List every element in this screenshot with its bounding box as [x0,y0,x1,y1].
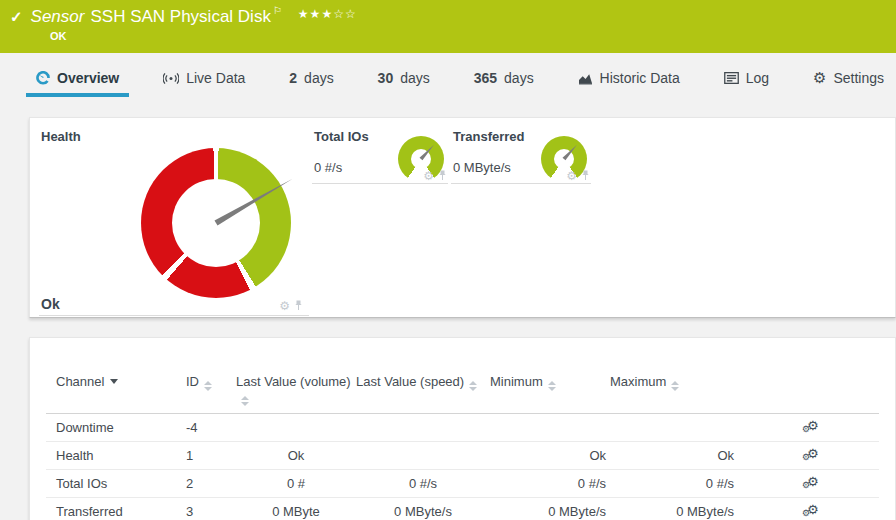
column-header-id[interactable]: ID [186,374,236,414]
channel-settings-icon[interactable]: ⚙⚙ [802,423,819,434]
maximum-value: Ok [610,442,738,470]
gauge-icon [36,71,50,85]
gear-icon[interactable]: ⚙ [279,301,290,311]
tab-overview[interactable]: Overview [26,63,129,97]
column-header-actions [738,374,879,414]
tab-number: 30 [378,70,394,86]
tab-label: days [304,70,334,86]
minimum-value: Ok [490,442,610,470]
tab-label: Historic Data [600,70,680,86]
last-value-speed: 0 MByte/s [356,498,490,520]
sort-icon [469,381,477,391]
sensor-title: SSH SAN Physical Disk [90,7,270,27]
last-value-speed [356,414,490,442]
sort-icon [204,381,212,391]
tab-settings[interactable]: ⚙ Settings [803,63,894,97]
tab-label: Log [746,70,769,86]
column-header-channel[interactable]: Channel [46,374,186,414]
tab-label: Settings [833,70,884,86]
live-data-icon [163,72,179,85]
channel-id: 1 [186,442,236,470]
gauge-value: 0 #/s [314,160,342,175]
tab-historic-data[interactable]: Historic Data [568,63,690,97]
sort-icon [548,381,556,391]
gear-icon: ⚙ [813,71,826,85]
last-value-volume: 0 # [236,470,356,498]
gear-icon[interactable]: ⚙ [566,171,577,181]
column-header-last-value-speed[interactable]: Last Value (speed) [356,374,490,414]
maximum-value: 0 #/s [610,470,738,498]
minimum-value: 0 MByte/s [490,498,610,520]
total-ios-gauge-tile[interactable]: Total IOs 0 #/s ⚙ [312,124,448,184]
maximum-value: 0 MByte/s [610,498,738,520]
tab-365-days[interactable]: 365 days [464,63,544,97]
last-value-speed: 0 #/s [356,470,490,498]
tab-2-days[interactable]: 2 days [279,63,343,97]
tab-number: 2 [289,70,297,86]
channel-name: Total IOs [46,470,186,498]
minimum-value: 0 #/s [490,470,610,498]
tab-30-days[interactable]: 30 days [368,63,440,97]
tab-label: days [400,70,430,86]
gear-icon[interactable]: ⚙ [423,171,434,181]
minimum-value [490,414,610,442]
sensor-tab-bar: Overview Live Data 2 days 30 days 365 da… [0,53,896,110]
table-row[interactable]: Transferred 3 0 MByte 0 MByte/s 0 MByte/… [46,498,879,520]
overview-gauges-panel: Health Ok ⚙ Total IOs 0 #/s ⚙ Transferre… [29,117,896,318]
health-donut-gauge [141,148,291,298]
tile-actions: ⚙ [279,300,303,311]
tab-label: Overview [57,70,119,86]
pin-icon[interactable] [294,300,303,311]
status-badge: OK [50,30,896,42]
channel-name: Transferred [46,498,186,520]
last-value-volume: Ok [236,442,356,470]
column-header-minimum[interactable]: Minimum [490,374,610,414]
channel-settings-icon[interactable]: ⚙⚙ [802,451,819,462]
pin-icon[interactable] [438,170,447,181]
channel-settings-icon[interactable]: ⚙⚙ [802,479,819,490]
pin-icon[interactable] [581,170,590,181]
object-kind-label: Sensor [31,7,85,27]
column-header-maximum[interactable]: Maximum [610,374,738,414]
gauge-value: 0 MByte/s [453,160,511,175]
tab-number: 365 [474,70,497,86]
gauge-title: Transferred [453,129,525,144]
tab-label: Live Data [186,70,245,86]
tab-log[interactable]: Log [714,63,779,97]
tile-actions: ⚙ [423,170,447,181]
transferred-gauge-tile[interactable]: Transferred 0 MByte/s ⚙ [451,124,591,184]
priority-stars[interactable]: ★★★☆☆ [298,4,357,24]
channel-name: Health [46,442,186,470]
column-header-last-value-volume[interactable]: Last Value (volume) [236,374,356,414]
channel-table-panel: Channel ID Last Value (volume) Last Valu… [29,337,896,520]
channel-id: 3 [186,498,236,520]
sensor-title-row: ✓ Sensor SSH SAN Physical Disk ⚐ ★★★☆☆ [0,0,896,27]
sensor-status-header: ✓ Sensor SSH SAN Physical Disk ⚐ ★★★☆☆ O… [0,0,896,53]
gauge-title: Health [41,129,81,144]
log-list-icon [724,72,739,84]
sort-desc-icon [110,379,118,384]
table-row[interactable]: Downtime -4 ⚙⚙ [46,414,879,442]
channel-id: -4 [186,414,236,442]
table-row[interactable]: Total IOs 2 0 # 0 #/s 0 #/s 0 #/s ⚙⚙ [46,470,879,498]
health-gauge-tile[interactable]: Health Ok ⚙ [39,124,309,316]
ok-check-icon: ✓ [10,7,23,27]
table-row[interactable]: Health 1 Ok Ok Ok ⚙⚙ [46,442,879,470]
gauge-value: Ok [41,296,60,312]
channel-settings-icon[interactable]: ⚙⚙ [802,507,819,518]
sort-icon [241,396,249,406]
channel-id: 2 [186,470,236,498]
last-value-volume [236,414,356,442]
channel-table: Channel ID Last Value (volume) Last Valu… [46,374,879,520]
last-value-volume: 0 MByte [236,498,356,520]
last-value-speed [356,442,490,470]
tab-label: days [504,70,534,86]
flag-icon[interactable]: ⚐ [273,1,282,21]
maximum-value [610,414,738,442]
tab-live-data[interactable]: Live Data [153,63,255,97]
table-header-row: Channel ID Last Value (volume) Last Valu… [46,374,879,414]
channel-name: Downtime [46,414,186,442]
area-chart-icon [578,72,593,85]
sort-icon [671,381,679,391]
gauge-title: Total IOs [314,129,369,144]
